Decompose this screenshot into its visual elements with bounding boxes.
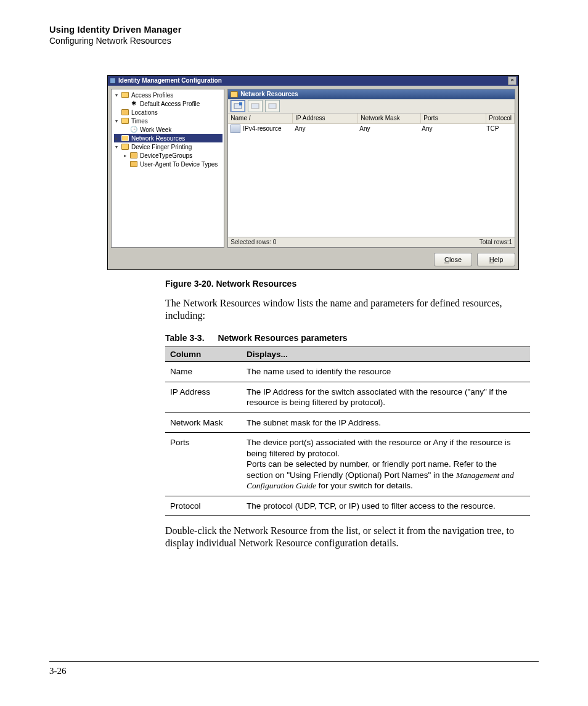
tree-item-label: DeviceTypeGroups [140, 152, 192, 159]
page-header-subtitle: Configuring Network Resources [49, 36, 539, 46]
svg-rect-2 [251, 104, 259, 109]
folder-icon [121, 144, 129, 150]
folder-icon [121, 118, 129, 124]
figure-caption: Figure 3-20. Network Resources [165, 279, 530, 289]
cell-mask: Any [357, 124, 419, 134]
gear-icon: ✱ [130, 100, 137, 107]
folder-icon [121, 109, 129, 115]
window-icon [110, 78, 116, 84]
window-titlebar: Identity Management Configuration × [108, 76, 518, 86]
status-bar: Selected rows: 0 Total rows:1 [228, 237, 515, 247]
column-header-mask[interactable]: Network Mask [358, 113, 421, 124]
button-bar: Close Help [111, 253, 515, 266]
folder-icon [231, 91, 238, 97]
tree-item-label: Default Access Profile [140, 101, 200, 107]
tree-item-label: Locations [131, 109, 158, 116]
column-header-ports[interactable]: Ports [421, 113, 486, 124]
folder-icon [121, 135, 129, 141]
folder-icon [130, 161, 137, 167]
tree-item-label: Work Week [140, 126, 171, 133]
table-head-displays: Displays... [242, 347, 530, 362]
column-header-name[interactable]: Name / [228, 113, 293, 124]
footer-rule [49, 661, 539, 662]
table-cell: Protocol [165, 496, 242, 516]
screenshot-window: Identity Management Configuration × ▾ Ac… [107, 75, 519, 270]
resource-grid: Name / IP Address Network Mask Ports Pro… [228, 113, 515, 237]
tree-item-label: Access Profiles [131, 92, 173, 99]
window-close-button[interactable]: × [508, 76, 517, 85]
window-title: Identity Management Configuration [118, 76, 222, 86]
folder-icon [121, 92, 129, 98]
help-button[interactable]: Help [477, 253, 515, 266]
tree-item-locations[interactable]: · Locations [114, 108, 223, 117]
tree-item-label: Times [131, 118, 148, 125]
tree-item-work-week[interactable]: · 🕒 Work Week [123, 125, 223, 134]
tree-item-times[interactable]: ▾ Times [114, 117, 223, 125]
table-cell: Ports [165, 433, 242, 496]
body-paragraph: The Network Resources window lists the n… [165, 297, 530, 322]
table-cell: Network Mask [165, 413, 242, 433]
cell-ports: Any [419, 124, 484, 134]
right-pane: Network Resources [227, 89, 515, 248]
right-pane-header: Network Resources [228, 89, 515, 99]
status-total-rows: Total rows:1 [480, 239, 512, 247]
column-header-protocol[interactable]: Protocol [486, 113, 515, 124]
tree-item-network-resources[interactable]: ▸ Network Resources [114, 134, 223, 142]
svg-rect-1 [239, 102, 242, 105]
svg-rect-3 [269, 104, 276, 109]
table-caption: Table 3-3.Network Resources parameters [165, 333, 530, 343]
tree-item-label: User-Agent To Device Types [140, 161, 218, 168]
table-cell: Name [165, 362, 242, 382]
caret-down-icon: ▾ [114, 144, 119, 150]
table-head-column: Column [165, 347, 242, 362]
tree-item-device-type-groups[interactable]: ▸ DeviceTypeGroups [123, 151, 223, 160]
tool-edit-resource[interactable] [248, 100, 263, 112]
table-cell: The subnet mask for the IP Address. [242, 413, 530, 433]
clock-icon: 🕒 [130, 126, 137, 133]
table-cell: The IP Address for the switch associated… [242, 382, 530, 413]
tool-new-resource[interactable] [231, 100, 245, 112]
tree-item-label: Device Finger Printing [131, 144, 192, 150]
parameters-table: Column Displays... Name The name used to… [165, 347, 530, 516]
cell-ip: Any [292, 124, 357, 134]
body-paragraph: Double-click the Network Resource from t… [165, 525, 530, 549]
table-row[interactable]: IPv4-resource Any Any Any TCP [228, 124, 515, 134]
tree-item-device-finger-printing[interactable]: ▾ Device Finger Printing [114, 142, 223, 151]
page-number: 3-26 [49, 666, 67, 676]
tree-item-label: Network Resources [131, 135, 185, 142]
tool-delete-resource[interactable] [265, 100, 280, 112]
tree-item-default-access-profile[interactable]: · ✱ Default Access Profile [123, 99, 223, 108]
tree-item-access-profiles[interactable]: ▾ Access Profiles [114, 91, 223, 99]
page-header-title: Using Identity Driven Manager [49, 25, 539, 35]
tree-panel: ▾ Access Profiles · ✱ Default Access Pro… [111, 89, 224, 248]
caret-right-icon: ▸ [123, 153, 128, 158]
grid-header: Name / IP Address Network Mask Ports Pro… [228, 113, 515, 124]
toolbar [228, 99, 515, 113]
caret-down-icon: ▾ [114, 92, 119, 98]
resource-icon [231, 125, 240, 133]
close-button[interactable]: Close [434, 253, 472, 266]
table-cell: The device port(s) associated with the r… [242, 433, 530, 496]
caret-right-icon: ▸ [114, 136, 119, 141]
table-cell: The protocol (UDP, TCP, or IP) used to f… [242, 496, 530, 516]
status-selected-rows: Selected rows: 0 [231, 239, 276, 247]
cell-proto: TCP [484, 124, 515, 134]
table-cell: IP Address [165, 382, 242, 413]
right-pane-title: Network Resources [240, 89, 298, 99]
tree-item-user-agent-to-device-types[interactable]: · User-Agent To Device Types [123, 160, 223, 168]
caret-down-icon: ▾ [114, 118, 119, 124]
folder-icon [130, 152, 137, 158]
column-header-ip[interactable]: IP Address [293, 113, 358, 124]
table-cell: The name used to identify the resource [242, 362, 530, 382]
cell-name: IPv4-resource [243, 125, 281, 132]
